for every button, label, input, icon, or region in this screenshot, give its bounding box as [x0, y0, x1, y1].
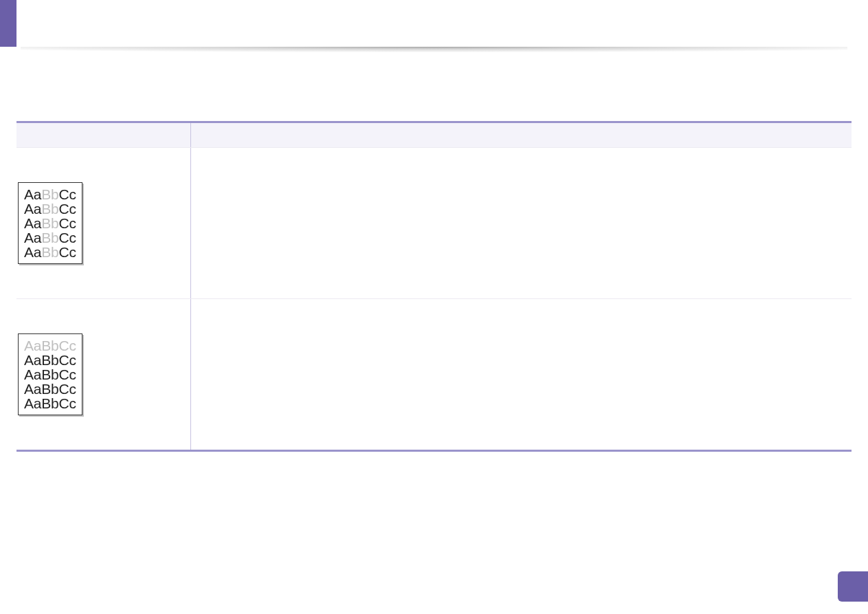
font-sample-segment: AaBbCc: [24, 352, 76, 368]
font-sample-segment: Cc: [59, 186, 76, 202]
font-sample-segment: Aa: [24, 186, 41, 202]
font-sample-line: AaBbCc: [24, 382, 76, 396]
font-sample-segment: Aa: [24, 230, 41, 245]
description-cell: [191, 299, 852, 450]
font-sample-segment: Bb: [41, 244, 58, 260]
font-sample-card: AaBbCcAaBbCcAaBbCcAaBbCcAaBbCc: [18, 182, 82, 264]
font-sample-segment: Bb: [41, 186, 58, 202]
font-sample-segment: Cc: [59, 201, 76, 217]
font-sample-line: AaBbCc: [24, 353, 76, 367]
description-cell: [191, 148, 852, 298]
font-sample-segment: AaBbCc: [24, 338, 76, 353]
font-sample-line: AaBbCc: [24, 396, 76, 410]
accent-bar: [0, 0, 16, 47]
font-sample-line: AaBbCc: [24, 367, 76, 382]
sample-cell: AaBbCcAaBbCcAaBbCcAaBbCcAaBbCc: [16, 299, 191, 450]
font-sample-segment: Aa: [24, 215, 41, 231]
font-sample-segment: Bb: [41, 230, 58, 245]
font-sample-segment: Bb: [41, 201, 58, 217]
font-sample-line: AaBbCc: [24, 245, 76, 259]
font-sample-line: AaBbCc: [24, 216, 76, 230]
font-sample-segment: Cc: [59, 215, 76, 231]
header-col-left: [16, 123, 191, 147]
font-sample-line: AaBbCc: [24, 338, 76, 353]
table-row: AaBbCcAaBbCcAaBbCcAaBbCcAaBbCc: [16, 299, 852, 450]
font-sample-line: AaBbCc: [24, 201, 76, 216]
sample-table: AaBbCcAaBbCcAaBbCcAaBbCcAaBbCcAaBbCcAaBb…: [16, 121, 852, 452]
content-area: AaBbCcAaBbCcAaBbCcAaBbCcAaBbCcAaBbCcAaBb…: [16, 121, 852, 452]
font-sample-segment: AaBbCc: [24, 366, 76, 382]
floating-action-button[interactable]: [838, 571, 868, 602]
font-sample-segment: AaBbCc: [24, 381, 76, 397]
table-row: AaBbCcAaBbCcAaBbCcAaBbCcAaBbCc: [16, 148, 852, 299]
font-sample-segment: Cc: [59, 230, 76, 245]
header-shadow: [21, 47, 847, 55]
header-col-right: [191, 123, 852, 147]
font-sample-line: AaBbCc: [24, 230, 76, 245]
table-header-row: [16, 123, 852, 148]
font-sample-line: AaBbCc: [24, 187, 76, 201]
font-sample-segment: Aa: [24, 244, 41, 260]
font-sample-card: AaBbCcAaBbCcAaBbCcAaBbCcAaBbCc: [18, 333, 82, 415]
font-sample-segment: Aa: [24, 201, 41, 217]
font-sample-segment: Bb: [41, 215, 58, 231]
font-sample-segment: AaBbCc: [24, 395, 76, 411]
sample-cell: AaBbCcAaBbCcAaBbCcAaBbCcAaBbCc: [16, 148, 191, 298]
font-sample-segment: Cc: [59, 244, 76, 260]
